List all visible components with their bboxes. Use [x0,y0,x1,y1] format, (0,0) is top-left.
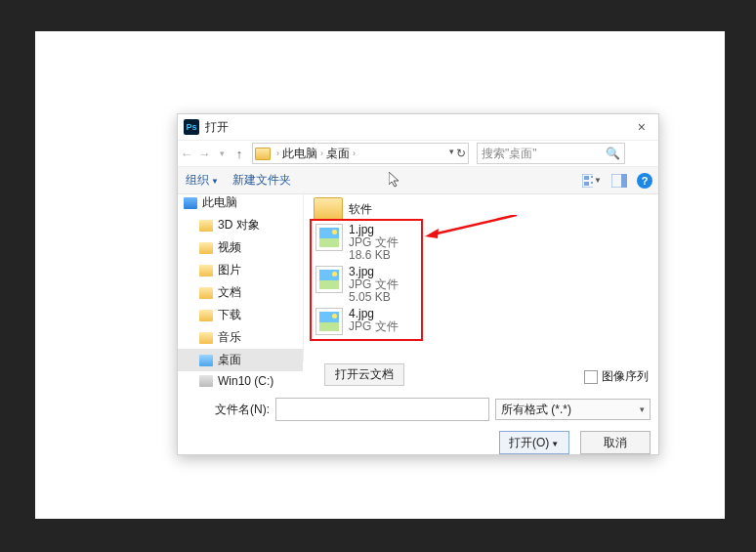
folder-icon [199,220,213,232]
open-button-label: 打开(O) [509,436,549,449]
folder-name: 软件 [349,201,372,218]
dialog-body: 此电脑 3D 对象 视频 图片 文档 下载 音乐 桌面 Win10 (C:) 软… [178,191,658,361]
breadcrumb-item[interactable]: 桌面 [326,146,350,162]
refresh-icon[interactable]: ↻ [456,147,466,160]
sidebar-item-label: 音乐 [218,329,241,346]
file-open-dialog: Ps 打开 × ← → ▾ ↑ › 此电脑 › 桌面 › ▾ ↻ 搜索"桌面" … [177,113,659,455]
breadcrumb-sep: › [353,149,356,158]
folder-icon [199,242,213,254]
svg-rect-2 [584,182,589,186]
chevron-down-icon: ▼ [594,176,602,185]
address-row: ← → ▾ ↑ › 此电脑 › 桌面 › ▾ ↻ 搜索"桌面" 🔍 [178,140,658,167]
file-item[interactable]: 3.jpg JPG 文件 5.05 KB [315,266,417,304]
open-button[interactable]: 打开(O)▼ [499,431,569,454]
svg-rect-6 [621,174,627,188]
sidebar-item-pc[interactable]: 此电脑 [178,191,303,214]
dialog-title: 打开 [205,119,229,136]
image-sequence-option[interactable]: 图像序列 [584,368,649,385]
search-input[interactable]: 搜索"桌面" 🔍 [477,143,625,164]
svg-rect-1 [584,176,589,180]
filename-input[interactable] [275,398,489,421]
address-bar[interactable]: › 此电脑 › 桌面 › ▾ ↻ [252,143,469,164]
sidebar-item-label: 3D 对象 [218,217,260,234]
sidebar: 此电脑 3D 对象 视频 图片 文档 下载 音乐 桌面 Win10 (C:) [178,191,304,361]
file-list[interactable]: 软件 1.jpg JPG 文件 18.6 KB 3.jpg JPG 文件 [304,191,658,361]
annotation-highlight-box: 1.jpg JPG 文件 18.6 KB 3.jpg JPG 文件 5.05 K… [310,219,423,341]
sidebar-item-3d[interactable]: 3D 对象 [178,214,303,236]
file-size: 5.05 KB [349,291,399,304]
filename-row: 文件名(N): 所有格式 (*.*) ▾ [186,398,651,421]
jpg-thumbnail-icon [315,266,343,293]
folder-icon [199,265,213,276]
filter-value: 所有格式 (*.*) [501,402,571,418]
folder-icon [199,287,213,299]
search-icon: 🔍 [606,147,620,160]
back-button[interactable]: ← [178,147,195,161]
sidebar-item-documents[interactable]: 文档 [178,281,303,304]
address-dropdown-icon[interactable]: ▾ [449,147,454,156]
sidebar-item-label: 文档 [218,284,241,301]
filename-label: 文件名(N): [186,402,270,418]
toolbar: 组织▼ 新建文件夹 ▼ ? [178,167,658,194]
organize-label: 组织 [186,173,209,187]
sidebar-item-label: 下载 [218,307,241,323]
sidebar-item-pictures[interactable]: 图片 [178,259,303,281]
checkbox[interactable] [584,370,598,384]
sidebar-item-videos[interactable]: 视频 [178,236,303,259]
svg-rect-3 [591,176,593,178]
sidebar-item-label: 视频 [218,239,241,256]
preview-pane-button[interactable] [609,173,629,189]
forward-button[interactable]: → [195,147,213,161]
jpg-thumbnail-icon [315,308,343,335]
sidebar-item-music[interactable]: 音乐 [178,326,303,349]
file-type-filter[interactable]: 所有格式 (*.*) ▾ [495,399,651,420]
new-folder-button[interactable]: 新建文件夹 [232,172,291,189]
dialog-footer: 打开云文档 图像序列 文件名(N): 所有格式 (*.*) ▾ 打开(O)▼ 取… [178,361,658,454]
breadcrumb-item[interactable]: 此电脑 [282,146,317,162]
help-button[interactable]: ? [637,173,652,189]
open-cloud-document-button[interactable]: 打开云文档 [324,363,404,386]
sidebar-item-label: 图片 [218,262,241,278]
folder-item[interactable]: 软件 [314,197,649,221]
sidebar-item-downloads[interactable]: 下载 [178,304,303,326]
file-item[interactable]: 1.jpg JPG 文件 18.6 KB [315,224,417,262]
file-size: 18.6 KB [349,249,399,262]
folder-icon [314,197,343,221]
pc-icon [184,197,197,209]
breadcrumb-sep: › [320,149,323,158]
folder-icon [199,332,213,344]
titlebar: Ps 打开 × [178,114,658,140]
svg-marker-8 [425,229,439,238]
folder-icon [199,310,213,321]
cancel-button[interactable]: 取消 [580,431,651,454]
file-meta: 4.jpg JPG 文件 [349,308,399,333]
history-dropdown[interactable]: ▾ [213,149,231,158]
file-meta: 3.jpg JPG 文件 5.05 KB [349,266,399,304]
folder-icon [255,148,271,160]
svg-rect-4 [591,182,593,184]
search-placeholder: 搜索"桌面" [482,146,537,162]
image-sequence-label: 图像序列 [602,368,649,385]
file-type: JPG 文件 [349,320,399,333]
sidebar-item-label: 此电脑 [202,194,237,211]
jpg-thumbnail-icon [315,224,343,251]
file-item[interactable]: 4.jpg JPG 文件 [315,308,417,335]
breadcrumb-sep: › [276,149,279,158]
photoshop-icon: Ps [184,119,199,135]
file-meta: 1.jpg JPG 文件 18.6 KB [349,224,399,262]
chevron-down-icon: ▾ [640,404,645,414]
organize-menu[interactable]: 组织▼ [186,172,219,189]
close-button[interactable]: × [633,119,651,135]
chevron-down-icon: ▼ [551,440,559,448]
up-button[interactable]: ↑ [231,147,248,161]
chevron-down-icon: ▼ [211,177,219,186]
view-mode-button[interactable]: ▼ [582,173,602,189]
